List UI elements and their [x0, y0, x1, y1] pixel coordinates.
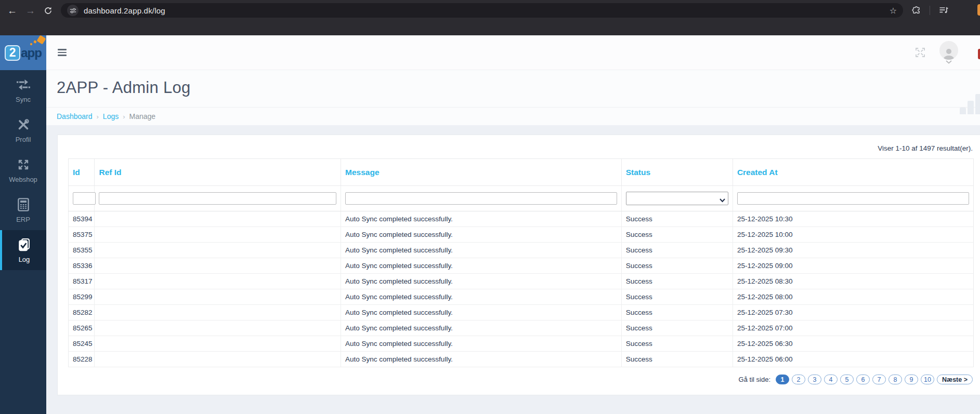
- breadcrumb: Dashboard › Logs › Manage: [46, 108, 980, 125]
- url-text[interactable]: dashboard.2app.dk/log: [84, 6, 884, 15]
- breadcrumb-dashboard[interactable]: Dashboard: [57, 112, 93, 121]
- page-button-4[interactable]: 4: [824, 375, 838, 384]
- column-header-refid[interactable]: Ref Id: [95, 159, 341, 186]
- logo-app-text: app: [21, 46, 42, 60]
- sidebar-item-profil[interactable]: Profil: [0, 110, 46, 150]
- browser-toolbar: ← → dashboard.2app.dk/log ☆: [0, 0, 980, 20]
- content-area: Viser 1-10 af 1497 resultat(er). Id Ref …: [46, 125, 980, 414]
- page-button-3[interactable]: 3: [808, 375, 821, 384]
- extensions-icon[interactable]: [911, 6, 921, 16]
- sidebar-item-label: Log: [19, 256, 30, 263]
- cell-id: 85228: [69, 352, 95, 367]
- table-header-row: Id Ref Id Message Status Created At: [69, 159, 974, 186]
- cell-refid: [95, 258, 341, 274]
- cell-message: Auto Sync completed successfully.: [341, 211, 622, 227]
- cell-id: 85336: [69, 258, 95, 274]
- media-queue-icon[interactable]: [938, 5, 949, 16]
- table-row: 85299 Auto Sync completed successfully. …: [69, 289, 974, 305]
- bookmark-star-icon[interactable]: ☆: [890, 6, 897, 16]
- url-bar[interactable]: dashboard.2app.dk/log ☆: [61, 3, 903, 18]
- log-card: Viser 1-10 af 1497 resultat(er). Id Ref …: [57, 135, 980, 395]
- page-button-6[interactable]: 6: [856, 375, 870, 384]
- forward-arrow-icon[interactable]: →: [25, 6, 35, 16]
- tools-icon: [17, 117, 30, 132]
- cell-id: 85245: [69, 336, 95, 352]
- id-filter-input[interactable]: [73, 192, 96, 205]
- cell-createdat: 25-12-2025 09:00: [733, 258, 973, 274]
- sidebar: 2app Sync Profil Webshop: [0, 35, 46, 414]
- breadcrumb-separator: ›: [97, 113, 99, 121]
- cell-status: Success: [621, 305, 733, 320]
- logo-orange-square: [36, 35, 46, 44]
- cell-createdat: 25-12-2025 06:30: [733, 336, 973, 352]
- sidebar-item-sync[interactable]: Sync: [0, 70, 46, 110]
- refid-filter-input[interactable]: [99, 192, 336, 205]
- message-filter-input[interactable]: [345, 192, 617, 205]
- cell-status: Success: [621, 336, 733, 352]
- cell-refid: [95, 352, 341, 367]
- app-logo[interactable]: 2app: [0, 35, 46, 70]
- site-settings-icon[interactable]: [67, 5, 79, 16]
- user-avatar-icon[interactable]: [939, 41, 958, 60]
- cell-status: Success: [621, 352, 733, 367]
- table-row: 85245 Auto Sync completed successfully. …: [69, 336, 974, 352]
- cell-refid: [95, 243, 341, 258]
- sidebar-item-label: Webshop: [9, 176, 37, 183]
- back-arrow-icon[interactable]: ←: [7, 6, 17, 16]
- user-menu[interactable]: [939, 41, 958, 64]
- logo-2-tile: 2: [5, 45, 20, 61]
- cell-id: 85317: [69, 274, 95, 289]
- cell-refid: [95, 289, 341, 305]
- log-table: Id Ref Id Message Status Created At: [68, 158, 974, 367]
- refresh-icon[interactable]: [44, 6, 53, 15]
- cell-refid: [95, 320, 341, 336]
- sync-arrows-icon: [17, 77, 30, 92]
- cell-message: Auto Sync completed successfully.: [341, 243, 622, 258]
- fullscreen-toggle-icon[interactable]: [914, 47, 926, 58]
- menu-hamburger-icon[interactable]: [56, 47, 69, 58]
- sidebar-item-erp[interactable]: ERP: [0, 190, 46, 230]
- table-row: 85317 Auto Sync completed successfully. …: [69, 274, 974, 289]
- page-button-5[interactable]: 5: [840, 375, 854, 384]
- status-filter-select[interactable]: [626, 192, 728, 205]
- column-header-id[interactable]: Id: [69, 159, 95, 186]
- column-header-message[interactable]: Message: [341, 159, 622, 186]
- page-button-1[interactable]: 1: [776, 375, 789, 384]
- page-button-8[interactable]: 8: [888, 375, 902, 384]
- cell-status: Success: [621, 243, 733, 258]
- cell-status: Success: [621, 320, 733, 336]
- column-header-createdat[interactable]: Created At: [733, 159, 973, 186]
- log-check-icon: [18, 237, 31, 252]
- title-band: 2APP - Admin Log: [46, 70, 980, 108]
- page-button-2[interactable]: 2: [792, 375, 805, 384]
- calculator-icon: [18, 197, 29, 212]
- cell-createdat: 25-12-2025 07:30: [733, 305, 973, 320]
- table-row: 85394 Auto Sync completed successfully. …: [69, 211, 974, 227]
- cell-message: Auto Sync completed successfully.: [341, 289, 622, 305]
- cell-refid: [95, 336, 341, 352]
- sidebar-item-log[interactable]: Log: [0, 230, 46, 270]
- cell-id: 85355: [69, 243, 95, 258]
- cell-id: 85394: [69, 211, 95, 227]
- cell-status: Success: [621, 274, 733, 289]
- toolbar-divider: [930, 6, 930, 15]
- page-button-9[interactable]: 9: [905, 375, 918, 384]
- sidebar-item-label: Profil: [16, 136, 31, 143]
- next-page-button[interactable]: Næste >: [937, 375, 973, 384]
- page-button-7[interactable]: 7: [872, 375, 886, 384]
- cell-refid: [95, 274, 341, 289]
- profile-avatar-sliver[interactable]: [977, 4, 980, 16]
- page-button-10[interactable]: 10: [921, 375, 934, 384]
- topbar: [46, 35, 980, 70]
- sidebar-item-webshop[interactable]: Webshop: [0, 150, 46, 190]
- column-header-status[interactable]: Status: [621, 159, 733, 186]
- cell-message: Auto Sync completed successfully.: [341, 336, 622, 352]
- createdat-filter-input[interactable]: [737, 192, 969, 205]
- browser-chrome: ← → dashboard.2app.dk/log ☆: [0, 0, 980, 35]
- cell-status: Success: [621, 289, 733, 305]
- cell-id: 85299: [69, 289, 95, 305]
- logo-mark: 2app: [5, 45, 42, 61]
- page-title: 2APP - Admin Log: [46, 70, 980, 97]
- cell-message: Auto Sync completed successfully.: [341, 305, 622, 320]
- breadcrumb-logs[interactable]: Logs: [103, 112, 119, 121]
